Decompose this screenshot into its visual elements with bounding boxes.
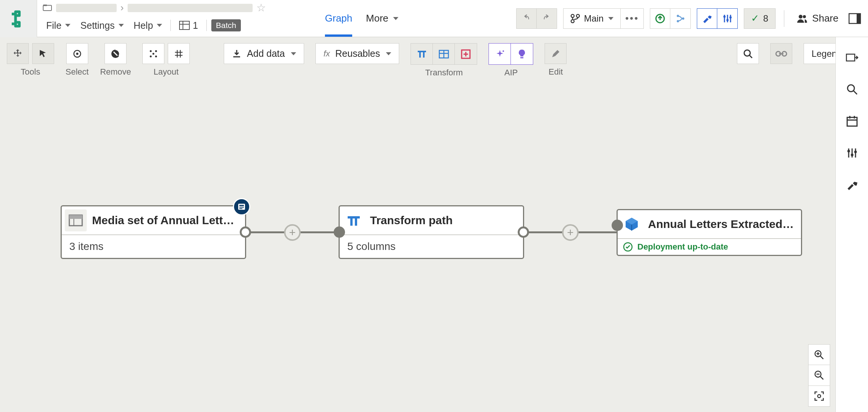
panels-icon bbox=[848, 12, 861, 25]
pan-tool[interactable] bbox=[7, 43, 29, 64]
star-icon[interactable]: ☆ bbox=[256, 2, 266, 14]
node-transform-path[interactable]: Transform path 5 columns bbox=[339, 205, 524, 259]
remove-group: Remove bbox=[100, 43, 131, 77]
pencil-icon bbox=[551, 49, 560, 59]
svg-point-43 bbox=[503, 50, 504, 52]
svg-rect-61 bbox=[846, 54, 855, 61]
branch-graph-button[interactable] bbox=[670, 8, 691, 29]
edit-group: Edit bbox=[545, 43, 567, 77]
menu-help[interactable]: Help bbox=[130, 18, 166, 33]
node-media-set[interactable]: Media set of Annual Lett… 3 items bbox=[61, 205, 246, 259]
more-icon: ••• bbox=[625, 12, 639, 24]
select-tool[interactable] bbox=[32, 43, 54, 64]
breadcrumb-area: › ☆ File Settings Help 1 Batch bbox=[37, 0, 317, 37]
search-button[interactable] bbox=[737, 43, 759, 64]
svg-point-7 bbox=[576, 14, 579, 17]
sparkle-icon bbox=[495, 49, 505, 59]
branch-selector[interactable]: Main bbox=[563, 8, 621, 29]
node-title: Transform path bbox=[370, 214, 518, 227]
breadcrumb[interactable]: › ☆ bbox=[42, 0, 317, 14]
layout-auto-button[interactable] bbox=[142, 43, 164, 64]
layout-grid-button[interactable] bbox=[168, 43, 190, 64]
upload-button[interactable] bbox=[650, 8, 670, 29]
svg-line-46 bbox=[749, 55, 752, 58]
link-icon bbox=[775, 50, 788, 58]
menu-file[interactable]: File bbox=[42, 18, 74, 33]
layout-auto-icon bbox=[148, 48, 159, 59]
tab-graph[interactable]: Graph bbox=[325, 0, 352, 37]
chevron-down-icon bbox=[393, 17, 398, 20]
remove-button[interactable] bbox=[105, 43, 126, 64]
add-data-button[interactable]: Add data bbox=[224, 43, 304, 64]
divider bbox=[170, 20, 171, 31]
svg-point-45 bbox=[744, 50, 750, 56]
deploy-check-icon bbox=[623, 242, 633, 252]
divider bbox=[784, 10, 784, 27]
layout-group: Layout bbox=[142, 43, 190, 77]
branch-icon bbox=[570, 14, 580, 23]
graph-canvas[interactable]: + + Media set of Annual Lett… 3 items Tr… bbox=[0, 84, 835, 412]
panels-toggle[interactable] bbox=[848, 12, 861, 25]
rail-sliders-button[interactable] bbox=[845, 145, 860, 161]
input-port[interactable] bbox=[612, 220, 623, 231]
hammer-icon bbox=[846, 179, 858, 191]
rail-schedule-button[interactable] bbox=[845, 114, 860, 129]
chevron-down-icon bbox=[291, 52, 296, 55]
dataset-count[interactable]: 1 bbox=[175, 18, 202, 33]
build-settings-button[interactable] bbox=[717, 8, 738, 29]
share-button[interactable]: Share bbox=[793, 12, 842, 24]
aip-sparkle-button[interactable] bbox=[489, 44, 511, 64]
select-group: Select bbox=[66, 43, 89, 77]
svg-point-62 bbox=[848, 85, 854, 92]
link-toggle-button[interactable] bbox=[770, 43, 792, 64]
view-tabs: Graph More bbox=[317, 0, 423, 37]
svg-point-25 bbox=[150, 50, 152, 52]
zoom-out-button[interactable] bbox=[808, 365, 830, 386]
edit-button[interactable] bbox=[545, 43, 567, 64]
aip-suggest-button[interactable] bbox=[511, 44, 533, 64]
breadcrumb-segment-2[interactable] bbox=[128, 4, 253, 12]
select-label: Select bbox=[66, 67, 89, 77]
undo-icon bbox=[521, 14, 531, 23]
transform-add-button[interactable] bbox=[455, 44, 477, 64]
node-output-object[interactable]: Annual Letters Extracted … Deployment up… bbox=[617, 209, 802, 256]
node-badge-icon bbox=[233, 198, 250, 215]
breadcrumb-segment-1[interactable] bbox=[56, 4, 117, 12]
app-logo[interactable] bbox=[0, 0, 37, 37]
add-node-button[interactable]: + bbox=[562, 224, 579, 241]
menu-settings[interactable]: Settings bbox=[76, 18, 127, 33]
zoom-in-button[interactable] bbox=[808, 344, 830, 365]
input-port[interactable] bbox=[334, 226, 345, 238]
output-port[interactable] bbox=[240, 226, 251, 238]
undo-redo-group bbox=[516, 8, 557, 29]
select-node-button[interactable] bbox=[66, 43, 88, 64]
svg-rect-21 bbox=[857, 14, 860, 23]
rail-search-button[interactable] bbox=[845, 82, 860, 97]
undo-button[interactable] bbox=[516, 8, 537, 29]
rail-build-button[interactable] bbox=[845, 177, 860, 192]
hammer-icon bbox=[702, 13, 712, 24]
zoom-fit-button[interactable] bbox=[808, 386, 830, 407]
output-port[interactable] bbox=[518, 226, 529, 238]
transform-path-button[interactable] bbox=[411, 44, 433, 64]
svg-point-15 bbox=[723, 16, 726, 18]
redo-button[interactable] bbox=[537, 8, 557, 29]
add-node-button[interactable]: + bbox=[284, 224, 301, 241]
svg-rect-1 bbox=[43, 5, 47, 6]
svg-point-6 bbox=[571, 20, 574, 23]
svg-point-17 bbox=[729, 16, 732, 19]
aip-label: AIP bbox=[504, 68, 518, 78]
secondary-toolbar: Tools Select Remove Layout Add data fx R… bbox=[0, 37, 868, 84]
remove-icon bbox=[110, 48, 121, 59]
svg-rect-2 bbox=[180, 21, 189, 30]
transform-table-button[interactable] bbox=[433, 44, 455, 64]
branch-more-button[interactable]: ••• bbox=[621, 8, 644, 29]
reusables-button[interactable]: fx Reusables bbox=[315, 43, 399, 64]
svg-point-72 bbox=[851, 154, 853, 156]
svg-rect-55 bbox=[69, 215, 82, 219]
status-pill[interactable]: ✓ 8 bbox=[744, 8, 775, 29]
build-button[interactable] bbox=[697, 8, 717, 29]
svg-point-71 bbox=[847, 150, 850, 153]
tab-more[interactable]: More bbox=[366, 0, 398, 37]
rail-inputs-button[interactable] bbox=[845, 50, 860, 65]
